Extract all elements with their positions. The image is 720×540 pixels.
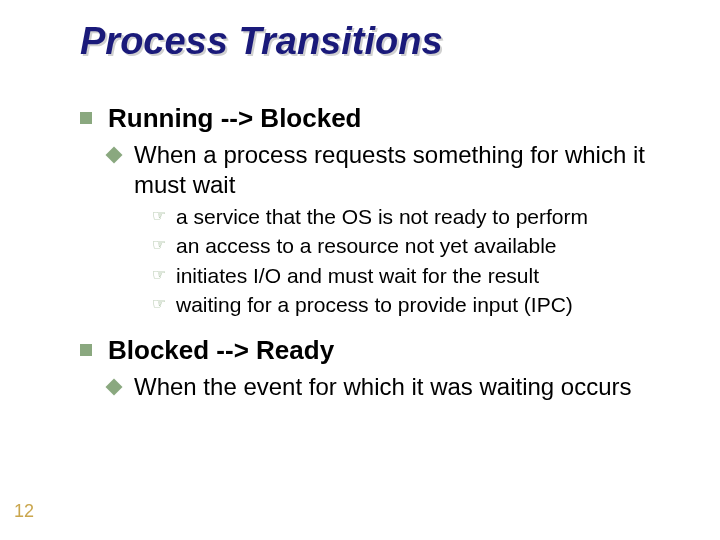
- page-number: 12: [14, 501, 34, 522]
- diamond-bullet-icon: [106, 147, 123, 164]
- section-2-sub: When the event for which it was waiting …: [108, 372, 680, 402]
- section-1-sub-text: When a process requests something for wh…: [134, 140, 674, 200]
- section-1-item-2: ☞ initiates I/O and must wait for the re…: [152, 263, 680, 288]
- section-1: Running --> Blocked: [80, 103, 680, 134]
- pointing-hand-icon: ☞: [152, 296, 166, 312]
- pointing-hand-icon: ☞: [152, 267, 166, 283]
- pointing-hand-icon: ☞: [152, 237, 166, 253]
- diamond-bullet-icon: [106, 379, 123, 396]
- section-1-item-2-text: initiates I/O and must wait for the resu…: [176, 263, 539, 288]
- section-1-item-0-text: a service that the OS is not ready to pe…: [176, 204, 588, 229]
- slide: Process Transitions Running --> Blocked …: [0, 0, 720, 540]
- section-1-item-1: ☞ an access to a resource not yet availa…: [152, 233, 680, 258]
- square-bullet-icon: [80, 112, 92, 124]
- section-2-heading: Blocked --> Ready: [108, 335, 334, 366]
- section-1-item-3: ☞ waiting for a process to provide input…: [152, 292, 680, 317]
- pointing-hand-icon: ☞: [152, 208, 166, 224]
- section-1-sub: When a process requests something for wh…: [108, 140, 680, 200]
- section-1-item-0: ☞ a service that the OS is not ready to …: [152, 204, 680, 229]
- section-2: Blocked --> Ready: [80, 335, 680, 366]
- section-1-heading: Running --> Blocked: [108, 103, 362, 134]
- slide-title: Process Transitions: [80, 20, 680, 63]
- section-1-item-1-text: an access to a resource not yet availabl…: [176, 233, 557, 258]
- square-bullet-icon: [80, 344, 92, 356]
- section-1-item-3-text: waiting for a process to provide input (…: [176, 292, 573, 317]
- section-2-sub-text: When the event for which it was waiting …: [134, 372, 632, 402]
